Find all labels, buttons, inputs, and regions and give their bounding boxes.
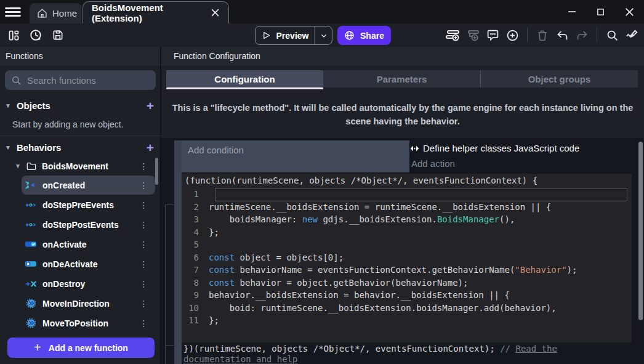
folder-icon <box>26 162 36 171</box>
code-line-9[interactable]: 9behavior.__boidsExtension = behavior.__… <box>182 289 632 302</box>
function-item-label: MoveToPosition <box>42 318 108 328</box>
tab-configuration[interactable]: Configuration <box>166 70 323 87</box>
sidebar-scrollbar[interactable] <box>155 158 158 185</box>
code-lines[interactable]: 12runtimeScene.__boidsExtension = runtim… <box>182 188 632 327</box>
line-number: 1 <box>182 188 209 201</box>
line-number: 7 <box>182 264 209 277</box>
function-item-dosteppreevents[interactable]: doStepPreEvents⋮ <box>22 195 155 214</box>
function-item-dosteppostevents[interactable]: doStepPostEvents⋮ <box>22 215 155 234</box>
code-line-11[interactable]: 11}; <box>182 314 632 327</box>
chevron-down-icon[interactable]: ▼ <box>15 163 21 169</box>
function-item-label: doStepPreEvents <box>42 200 114 210</box>
code-line-2[interactable]: 2runtimeScene.__boidsExtension = runtime… <box>182 201 632 214</box>
function-item-oncreated[interactable]: onCreated⋮ <box>22 176 155 195</box>
add-action-area[interactable]: Add action <box>411 158 455 169</box>
project-manager-icon[interactable] <box>6 28 21 42</box>
undo-icon[interactable] <box>555 28 570 42</box>
functions-sidebar: Functions ▼ Objects + Start by adding a … <box>0 47 161 364</box>
delete-icon[interactable] <box>535 28 550 42</box>
kebab-menu-icon[interactable]: ⋮ <box>139 279 148 289</box>
tab-parameters[interactable]: Parameters <box>323 70 480 87</box>
code-line-6[interactable]: 6const object = objects[0]; <box>182 251 632 264</box>
close-tab-icon[interactable] <box>211 8 220 18</box>
function-item-label: onCreated <box>42 180 85 190</box>
line-number: 4 <box>182 226 209 239</box>
function-item-label: onActivate <box>42 240 87 249</box>
add-other-event-icon[interactable] <box>505 28 520 42</box>
function-list: onCreated⋮doStepPreEvents⋮doStepPostEven… <box>0 176 161 333</box>
add-event-icon[interactable] <box>446 28 461 42</box>
code-line-8[interactable]: 8const behavior = object.getBehavior(beh… <box>182 277 632 289</box>
chevron-down-icon[interactable]: ▼ <box>5 102 11 109</box>
events-scrollbar[interactable] <box>638 142 643 320</box>
maximize-button[interactable] <box>586 0 615 23</box>
add-comment-icon[interactable] <box>485 28 500 42</box>
version-history-icon[interactable] <box>28 28 43 42</box>
gear-icon <box>25 319 36 328</box>
kebab-menu-icon[interactable]: ⋮ <box>139 240 148 249</box>
code-line-1[interactable]: 1 <box>182 188 632 201</box>
add-condition-label: Add condition <box>188 145 244 155</box>
kebab-menu-icon[interactable]: ⋮ <box>139 161 148 171</box>
close-window-button[interactable] <box>615 0 644 23</box>
search-events-icon[interactable] <box>605 28 619 42</box>
line-number: 3 <box>182 213 209 226</box>
preview-button-main[interactable]: Preview <box>256 26 315 44</box>
search-functions-box[interactable] <box>5 70 156 90</box>
search-icon <box>11 75 22 86</box>
function-item-ondeactivate[interactable]: onDeActivate⋮ <box>22 254 155 273</box>
code-line-3[interactable]: 3 boidsManager: new gdjs.__boidsExtensio… <box>182 213 632 226</box>
js-code-event-label: Define helper classes JavaScript code <box>423 143 579 153</box>
add-condition-area[interactable]: Add condition <box>182 140 409 172</box>
minimize-button[interactable] <box>557 0 586 23</box>
function-item-ondestroy[interactable]: onDestroy⋮ <box>22 274 155 293</box>
add-subevent-icon[interactable] <box>465 28 480 42</box>
tab-object-groups-label: Object groups <box>528 74 591 84</box>
gdevelop-window: Home BoidsMovement (Extension) <box>0 0 644 364</box>
on-created-icon <box>25 181 36 190</box>
kebab-menu-icon[interactable]: ⋮ <box>139 220 148 230</box>
code-line-4[interactable]: 4}; <box>182 226 632 239</box>
search-functions-input[interactable] <box>27 75 141 86</box>
js-code-editor[interactable]: (function(runtimeScene, objects /*Object… <box>182 174 632 342</box>
event-drag-handle[interactable] <box>174 140 182 364</box>
code-line-5[interactable]: 5 <box>182 238 632 251</box>
function-item-onactivate[interactable]: onActivate⋮ <box>22 235 155 254</box>
do-step-icon <box>25 201 36 209</box>
main-menu-icon[interactable] <box>5 6 21 18</box>
kebab-menu-icon[interactable]: ⋮ <box>139 299 148 309</box>
edit-pen-icon[interactable] <box>624 28 639 42</box>
code-line-10[interactable]: 10 boid: runtimeScene.__boidsExtension.b… <box>182 302 632 315</box>
kebab-menu-icon[interactable]: ⋮ <box>139 200 148 210</box>
kebab-menu-icon[interactable]: ⋮ <box>139 180 148 190</box>
code-text: }; <box>209 314 219 327</box>
function-item-moveindirection[interactable]: MoveInDirection⋮ <box>22 294 155 313</box>
tab-home[interactable]: Home <box>30 3 81 23</box>
section-divider <box>0 135 161 136</box>
redo-icon[interactable] <box>574 28 589 42</box>
toggle-off-icon <box>25 260 36 269</box>
tab-boidsmovement-extension[interactable]: BoidsMovement (Extension) <box>83 1 229 23</box>
toggle-on-icon <box>25 240 36 249</box>
add-object-button[interactable]: + <box>147 99 154 112</box>
objects-section-header: ▼ Objects + <box>0 96 161 115</box>
do-step-icon <box>25 220 36 229</box>
function-item-movetoposition[interactable]: MoveToPosition⋮ <box>22 313 155 333</box>
add-behavior-button[interactable]: + <box>147 141 154 154</box>
add-new-function-button[interactable]: + Add a new function <box>7 338 155 358</box>
kebab-menu-icon[interactable]: ⋮ <box>139 318 148 328</box>
chevron-down-icon[interactable]: ▼ <box>5 144 11 151</box>
main-panel-title: Function Configuration <box>161 47 644 65</box>
kebab-menu-icon[interactable]: ⋮ <box>139 259 148 269</box>
preview-button[interactable]: Preview <box>255 26 332 45</box>
save-icon[interactable] <box>50 28 65 42</box>
code-text: }; <box>209 226 219 239</box>
js-code-event-header[interactable]: Define helper classes JavaScript code <box>410 143 579 153</box>
tab-object-groups[interactable]: Object groups <box>480 70 638 87</box>
preview-dropdown-button[interactable] <box>315 26 332 44</box>
code-line-7[interactable]: 7const behaviorName = eventsFunctionCont… <box>182 264 632 277</box>
behavior-group-boidsmovement[interactable]: ▼ BoidsMovement ⋮ <box>0 156 161 176</box>
lifecycle-description: This is a "lifecycle method". It will be… <box>169 101 637 129</box>
share-button[interactable]: Share <box>337 26 391 45</box>
line-number: 8 <box>182 277 209 289</box>
